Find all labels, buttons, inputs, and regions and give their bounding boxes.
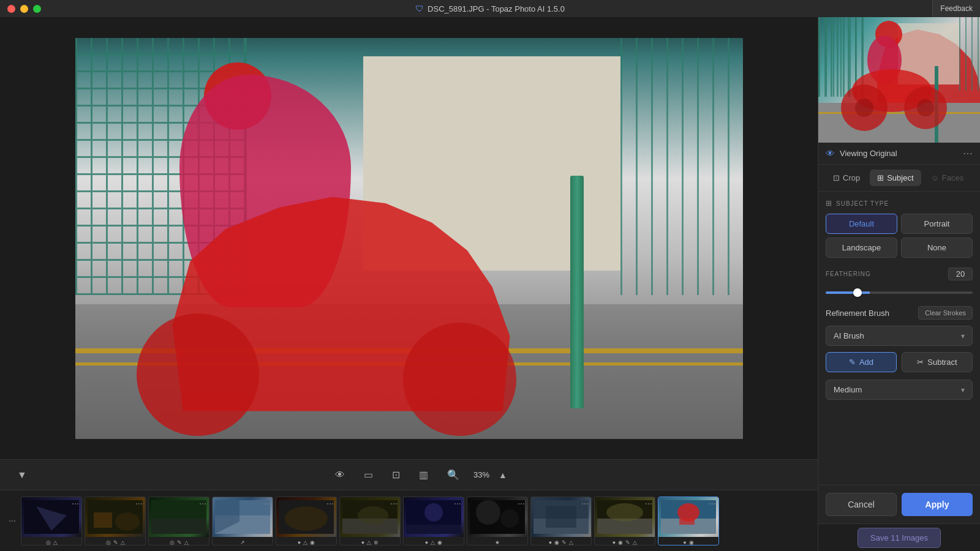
filmstrip-item-8[interactable]: ★ ⋯ [467,497,528,545]
filmstrip-item-9[interactable]: ● ◉ ✎ △ ⋯ [530,497,592,545]
close-button[interactable] [7,5,15,13]
thumb-preview-2 [88,500,143,534]
thumb-preview-11 [661,500,716,534]
filmstrip-more-8[interactable]: ⋯ [518,500,525,508]
wheel-front [403,323,516,436]
subject-type-landscape[interactable]: Landscape [826,238,897,258]
filmstrip-more-11[interactable]: ⋯ [709,500,716,508]
main-content: ▼ 👁 ▭ ⊡ ▥ 🔍 33% ▲ ⋯ [0,17,980,551]
filmstrip-item-5[interactable]: ● △ ◉ ⋯ [276,497,337,545]
filmstrip-item-7[interactable]: ● △ ◉ ⋯ [403,497,464,545]
chevron-up-icon[interactable]: ▲ [499,470,507,480]
image-background [75,38,743,439]
panel-more-icon[interactable]: ⋯ [963,148,973,159]
faces-tab-label: Faces [942,173,963,182]
tab-subject[interactable]: ⊞ Subject [870,170,921,186]
cancel-button[interactable]: Cancel [826,493,897,516]
svg-rect-18 [406,525,461,534]
filmstrip-icons-2: ◎ ✎ △ [85,537,145,545]
feedback-button[interactable]: Feedback [932,0,980,17]
thumb-preview-6 [342,500,398,534]
thumb-preview-7 [406,500,461,534]
filmstrip-toggle[interactable]: ⋯ [6,514,18,528]
filmstrip-icons-5: ● △ ◉ [276,537,336,545]
brush-size-dropdown[interactable]: Medium ▾ [826,380,973,400]
filmstrip-item-3[interactable]: ◎ ✎ △ ⋯ [148,497,209,545]
subject-tab-label: Subject [887,173,913,182]
filmstrip-icons-7: ● △ ◉ [404,537,464,545]
view-split-button[interactable]: ⊡ [387,467,405,483]
view-compare-button[interactable]: ▥ [414,467,433,483]
green-pole [570,176,584,408]
subject-type-none[interactable]: None [901,238,973,258]
view-single-button[interactable]: ▭ [359,467,378,483]
subtract-icon: ✂ [917,358,924,367]
filmstrip-more-1[interactable]: ⋯ [72,500,79,508]
filmstrip-more-9[interactable]: ⋯ [581,500,589,508]
filmstrip-item-2[interactable]: ◎ ✎ △ ⋯ [85,497,146,545]
brush-type-dropdown[interactable]: AI Brush ▾ [826,326,973,346]
filmstrip-more-7[interactable]: ⋯ [454,500,461,508]
subject-type-default[interactable]: Default [826,214,897,234]
filmstrip-more-6[interactable]: ⋯ [390,500,398,508]
eye-view-button[interactable]: 👁 [330,467,350,483]
feathering-section: FEATHERING 20 [826,268,973,296]
clear-strokes-button[interactable]: Clear Strokes [918,306,973,320]
subtract-button[interactable]: ✂ Subtract [902,352,973,372]
thumb-preview-3 [151,500,206,534]
crop-tab-label: Crop [843,173,860,182]
svg-rect-7 [151,519,206,534]
refinement-brush-section: Refinement Brush Clear Strokes AI Brush … [826,306,973,400]
preview-svg [818,17,980,143]
main-image [75,38,743,439]
subject-tab-icon: ⊞ [877,173,884,182]
subject-type-portrait[interactable]: Portrait [901,214,973,234]
filmstrip-item-6[interactable]: ● △ ⊕ ⋯ [339,497,401,545]
feathering-header: FEATHERING 20 [826,268,973,280]
gate-right [620,38,743,295]
canvas-area: ▼ 👁 ▭ ⊡ ▥ 🔍 33% ▲ ⋯ [0,17,818,551]
crop-tab-icon: ⊡ [833,173,840,182]
filmstrip-more-3[interactable]: ⋯ [199,500,206,508]
filmstrip-more-10[interactable]: ⋯ [645,500,652,508]
svg-rect-34 [824,17,826,97]
thumb-preview-1 [24,500,79,534]
svg-rect-6 [151,500,206,519]
filmstrip-icons-3: ◎ ✎ △ [149,537,209,545]
apply-button[interactable]: Apply [902,493,973,516]
filmstrip-item-10[interactable]: ● ◉ ✎ △ ⋯ [594,497,655,545]
tab-faces: ☺ Faces [924,170,971,186]
thumb-preview-9 [533,500,589,534]
feathering-slider[interactable] [826,291,973,294]
app-title: 🛡 DSC_5891.JPG - Topaz Photo AI 1.5.0 [415,4,565,13]
maximize-button[interactable] [33,5,41,13]
panel-content: ⊞ SUBJECT TYPE Default Portrait Landscap… [818,192,980,485]
filmstrip-more-4[interactable]: ⋯ [263,500,270,508]
preview-background [818,17,980,143]
subject-type-label: ⊞ SUBJECT TYPE [826,199,973,208]
filmstrip-icons-9: ● ◉ ✎ △ [531,537,591,545]
collapse-button[interactable]: ▼ [12,467,32,483]
tab-crop[interactable]: ⊡ Crop [826,170,867,186]
filmstrip-icons-4: ↗ [213,537,273,545]
feathering-value: 20 [948,268,973,280]
save-button[interactable]: Save 11 Images [858,528,941,548]
filmstrip-item-11[interactable]: ● ◉ ⋯ [658,497,719,545]
shield-icon: 🛡 [415,4,424,13]
filmstrip-more-5[interactable]: ⋯ [326,500,334,508]
filmstrip-item-1[interactable]: ◎ △ ⋯ [21,497,82,545]
svg-rect-24 [546,506,576,528]
svg-point-15 [358,506,388,525]
filmstrip-more-2[interactable]: ⋯ [135,500,143,508]
add-label: Add [859,358,873,367]
selection-tabs: ⊡ Crop ⊞ Subject ☺ Faces [818,165,980,192]
svg-point-27 [606,503,643,522]
svg-point-53 [855,99,873,117]
filmstrip-icons-11: ● ◉ [658,537,718,545]
minimize-button[interactable] [20,5,28,13]
filmstrip-item-4[interactable]: ↗ ⋯ [212,497,273,545]
svg-rect-44 [978,17,979,91]
viewing-label: Viewing Original [840,149,897,158]
add-button[interactable]: ✎ Add [826,352,897,372]
zoom-out-button[interactable]: 🔍 [442,467,464,483]
